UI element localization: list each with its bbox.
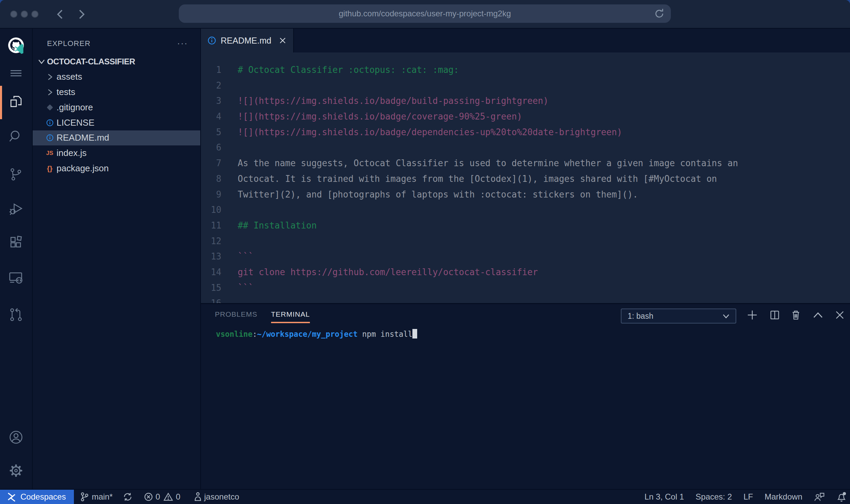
pull-request-icon[interactable]	[7, 306, 25, 323]
terminal-cursor	[412, 329, 417, 338]
line-number: 8	[201, 174, 221, 184]
status-item-sync[interactable]	[123, 492, 132, 502]
back-arrow-icon[interactable]	[57, 9, 63, 20]
url-bar[interactable]: github.com/codespaces/user-my-project-mg…	[179, 4, 671, 23]
braces-badge-icon: {}	[45, 164, 54, 173]
status-item-lf[interactable]: LF	[743, 492, 753, 502]
code-editor[interactable]: 1# Octocat Classifier :octopus: :cat: :m…	[201, 62, 850, 303]
file-name: LICENSE	[57, 117, 94, 128]
status-item-git-branch[interactable]: main*	[80, 492, 112, 502]
git-diamond-icon	[45, 103, 54, 112]
terminal-segment: :	[252, 330, 257, 338]
code-line-9: 9Twitter](2), and [photographs of laptop…	[201, 187, 850, 202]
close-panel-x-icon[interactable]	[832, 308, 847, 322]
terminal-segment: vsonline	[216, 330, 252, 338]
extensions-icon[interactable]	[7, 234, 25, 251]
status-item-ln-3-col-1[interactable]: Ln 3, Col 1	[644, 492, 684, 502]
new-terminal-plus-icon[interactable]	[745, 308, 760, 322]
panel-tab-terminal[interactable]: TERMINAL	[271, 310, 310, 323]
line-number: 5	[201, 127, 221, 137]
traffic-light-maximize[interactable]	[31, 11, 38, 18]
line-number: 10	[201, 205, 221, 215]
panel-tab-problems[interactable]: PROBLEMS	[215, 310, 257, 323]
source-control-icon[interactable]	[7, 166, 25, 183]
line-text: # Octocat Classifier :octopus: :cat: :ma…	[238, 65, 459, 75]
refresh-icon[interactable]	[654, 8, 665, 19]
explorer-more-icon[interactable]: ···	[177, 38, 188, 49]
line-text: ![](https://img.shields.io/badge/build-p…	[238, 96, 548, 106]
line-number: 11	[201, 220, 221, 231]
line-number: 7	[201, 158, 221, 168]
line-number: 12	[201, 236, 221, 246]
code-line-5: 5![](https://img.shields.io/badge/depend…	[201, 124, 850, 140]
line-number: 13	[201, 251, 221, 262]
js-badge-icon: JS	[45, 148, 54, 158]
line-text: git clone https://github.com/leereilly/o…	[238, 267, 538, 277]
status-item-person[interactable]: jasonetco	[194, 492, 239, 502]
code-line-3: 3![](https://img.shields.io/badge/build-…	[201, 93, 850, 109]
chevron-down-icon	[37, 58, 46, 65]
remote-explorer-icon[interactable]	[7, 269, 25, 286]
code-line-7: 7As the name suggests, Octocat Classifie…	[201, 155, 850, 171]
line-text: Octocat. It is trained with images from …	[238, 174, 717, 184]
github-codespaces-logo-icon[interactable]	[7, 37, 25, 54]
file-tree-item--gitignore[interactable]: .gitignore	[33, 100, 200, 115]
browser-chrome: github.com/codespaces/user-my-project-mg…	[0, 0, 850, 29]
line-text: ![](https://img.shields.io/badge/depende…	[238, 127, 622, 137]
traffic-light-minimize[interactable]	[21, 11, 28, 18]
tab-label: README.md	[221, 36, 271, 46]
file-tree-item-assets[interactable]: assets	[33, 69, 200, 84]
activity-bar	[0, 29, 33, 489]
url-text[interactable]: github.com/codespaces/user-my-project-mg…	[339, 9, 511, 18]
code-line-10: 10	[201, 202, 850, 218]
maximize-panel-chevron-icon[interactable]	[810, 308, 825, 322]
menu-hamburger-icon[interactable]	[7, 65, 25, 82]
codespaces-label: Codespaces	[20, 492, 66, 502]
file-name: README.md	[57, 132, 109, 143]
panel-tabs: PROBLEMSTERMINAL	[215, 310, 310, 323]
line-text: As the name suggests, Octocat Classifier…	[238, 158, 738, 168]
settings-gear-icon[interactable]	[7, 462, 25, 479]
explorer-section-header[interactable]: OCTOCAT-CLASSIFIER	[33, 54, 200, 69]
terminal-segment: ~/workspace/my_project	[257, 330, 358, 338]
code-line-16: 16	[201, 296, 850, 303]
file-tree-item-tests[interactable]: tests	[33, 84, 200, 100]
search-icon[interactable]	[7, 128, 25, 145]
terminal-select[interactable]: 1: bash	[621, 309, 736, 324]
bell-notification-icon[interactable]	[836, 491, 847, 502]
tab-close-icon[interactable]	[279, 37, 286, 44]
codespaces-status-item[interactable]: Codespaces	[0, 490, 74, 504]
status-item-warning-triangle[interactable]: 0	[163, 492, 180, 502]
code-line-6: 6	[201, 140, 850, 156]
file-tree-item-package-json[interactable]: {}package.json	[33, 161, 200, 176]
file-tree-item-license[interactable]: LICENSE	[33, 115, 200, 130]
sidebar-title: EXPLORER	[47, 39, 91, 48]
explorer-files-icon[interactable]	[7, 93, 25, 110]
status-item-spaces-2[interactable]: Spaces: 2	[696, 492, 732, 502]
line-text: ```	[238, 283, 253, 293]
file-name: .gitignore	[57, 102, 93, 113]
code-line-8: 8Octocat. It is trained with images from…	[201, 171, 850, 187]
line-number: 4	[201, 111, 221, 122]
file-tree-item-index-js[interactable]: JSindex.js	[33, 145, 200, 161]
status-item-error-circle[interactable]: 0	[144, 492, 160, 502]
run-debug-icon[interactable]	[7, 201, 25, 218]
status-item-markdown[interactable]: Markdown	[765, 492, 802, 502]
kill-terminal-trash-icon[interactable]	[788, 308, 803, 322]
code-line-4: 4![](https://img.shields.io/badge/covera…	[201, 109, 850, 124]
feedback-icon[interactable]	[814, 492, 825, 502]
line-number: 6	[201, 142, 221, 153]
forward-arrow-icon[interactable]	[78, 9, 85, 20]
line-number: 14	[201, 267, 221, 277]
code-line-11: 11## Installation	[201, 218, 850, 233]
terminal-prompt-line[interactable]: vsonline:~/workspace/my_project npm inst…	[216, 329, 417, 338]
split-terminal-icon[interactable]	[767, 308, 782, 322]
account-icon[interactable]	[7, 429, 25, 446]
info-circle-icon	[45, 133, 54, 143]
chevron-down-icon	[723, 314, 729, 319]
tab-readme[interactable]: README.md	[201, 29, 294, 52]
file-tree-item-readme-md[interactable]: README.md	[33, 130, 200, 146]
code-line-14: 14git clone https://github.com/leereilly…	[201, 264, 850, 280]
file-name: tests	[57, 87, 75, 97]
traffic-light-close[interactable]	[10, 11, 17, 18]
